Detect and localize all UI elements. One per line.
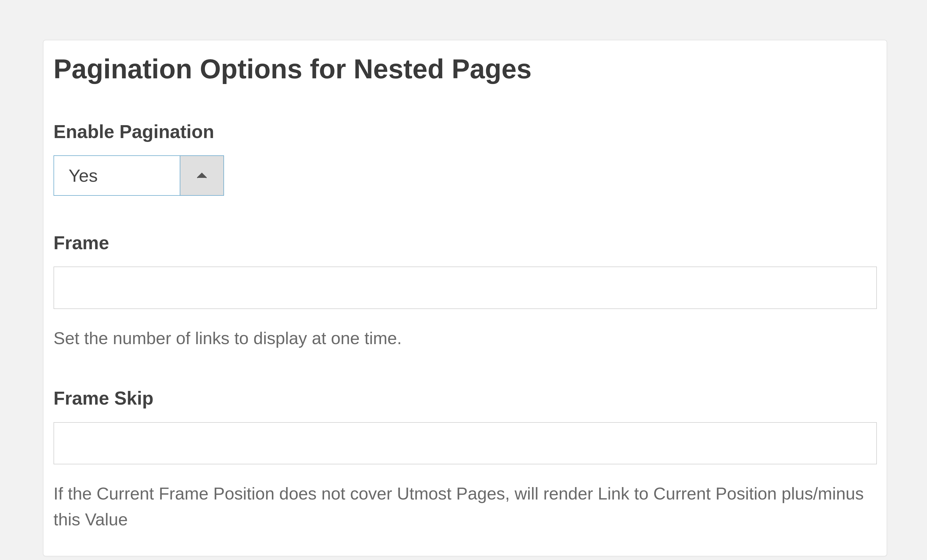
frame-input[interactable] xyxy=(53,267,877,309)
frame-skip-help-text: If the Current Frame Position does not c… xyxy=(53,481,877,533)
frame-skip-label: Frame Skip xyxy=(53,387,877,409)
enable-pagination-select[interactable]: Yes xyxy=(53,155,224,196)
pagination-options-panel: Pagination Options for Nested Pages Enab… xyxy=(43,40,887,556)
frame-skip-section: Frame Skip If the Current Frame Position… xyxy=(53,387,877,533)
enable-pagination-toggle[interactable] xyxy=(180,156,223,195)
enable-pagination-value[interactable]: Yes xyxy=(54,156,180,195)
enable-pagination-label: Enable Pagination xyxy=(53,121,877,142)
frame-help-text: Set the number of links to display at on… xyxy=(53,325,877,351)
frame-section: Frame Set the number of links to display… xyxy=(53,232,877,351)
panel-title: Pagination Options for Nested Pages xyxy=(53,53,877,85)
frame-skip-input[interactable] xyxy=(53,422,877,464)
frame-label: Frame xyxy=(53,232,877,253)
enable-pagination-section: Enable Pagination Yes xyxy=(53,121,877,232)
chevron-up-icon xyxy=(196,170,207,181)
